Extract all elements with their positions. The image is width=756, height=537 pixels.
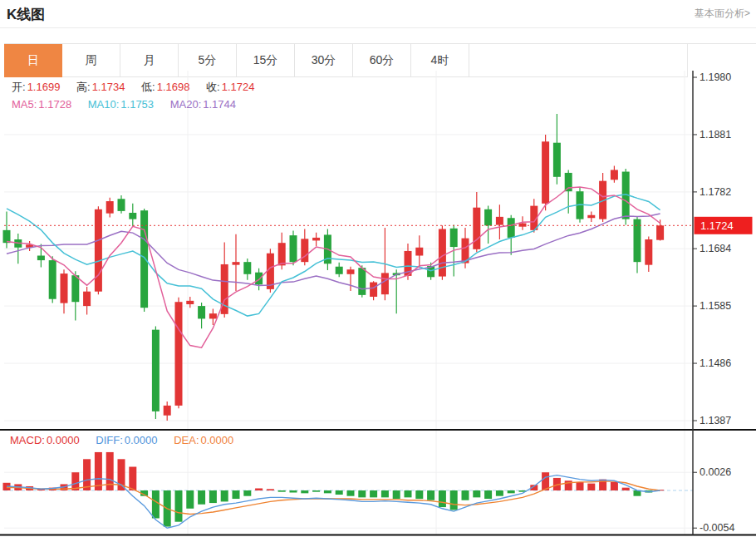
kline-chart-area[interactable]: 1.19801.18811.17821.16841.15851.14861.13… <box>0 71 756 537</box>
diff-label: DIFF: <box>96 434 123 446</box>
candle-body <box>542 141 549 204</box>
dea-value: 0.0000 <box>201 434 234 446</box>
candle-body <box>243 262 251 274</box>
candle-body <box>198 306 205 318</box>
macd-bar <box>255 488 263 490</box>
ma10-value: 1.1753 <box>120 98 154 111</box>
macd-label: MACD: <box>10 434 45 446</box>
candle-body <box>233 262 240 264</box>
ohlc-readout: 开:1.1699 高:1.1734 低:1.1698 收:1.1724 <box>12 80 256 95</box>
dea-line <box>7 481 660 514</box>
candle-body <box>186 301 194 304</box>
macd-bar <box>347 490 355 496</box>
ma10-line <box>7 195 660 316</box>
candle-body <box>415 248 423 256</box>
macd-bar <box>587 484 595 490</box>
macd-bar <box>175 490 183 522</box>
price-tick-label: 1.1387 <box>700 415 731 426</box>
macd-bar <box>496 490 503 496</box>
candle-body <box>656 225 664 239</box>
candle-body <box>290 235 297 262</box>
open-label: 开: <box>12 81 26 93</box>
candle-body <box>381 273 389 294</box>
macd-bar <box>129 467 136 490</box>
diff-line <box>7 475 660 529</box>
price-tick-label: 1.1585 <box>700 300 731 312</box>
candle-body <box>336 267 343 274</box>
kline-canvas: 1.19801.18811.17821.16841.15851.14861.13… <box>0 71 756 537</box>
low-value: 1.1698 <box>157 81 190 93</box>
fundamental-analysis-link[interactable]: 基本面分析> <box>695 7 750 21</box>
macd-bar <box>83 459 91 490</box>
macd-bar <box>370 490 377 497</box>
candle-body <box>553 143 561 177</box>
candle-body <box>439 229 446 276</box>
price-tick-label: 1.1486 <box>700 357 731 369</box>
macd-bar <box>301 490 308 493</box>
candle-body <box>152 330 160 411</box>
ma20-label: MA20: <box>170 98 202 111</box>
last-price-badge-text: 1.1724 <box>700 219 734 232</box>
macd-bar <box>358 490 366 497</box>
candle-body <box>49 260 56 299</box>
ma-readout: MA5:1.1728 MA10:1.1753 MA20:1.1744 <box>12 98 238 111</box>
page-title: K线图 <box>7 5 45 24</box>
macd-bar <box>233 490 240 499</box>
page-header: K线图 基本面分析> <box>0 0 756 28</box>
candle-body <box>71 275 79 302</box>
candle-body <box>450 229 458 247</box>
macd-bar <box>209 490 217 503</box>
candle-body <box>370 283 377 297</box>
macd-bar <box>267 489 274 490</box>
candle-body <box>106 201 114 214</box>
candle-body <box>519 224 527 227</box>
candle-body <box>255 273 263 285</box>
ma20-line <box>7 214 660 289</box>
candle-body <box>209 313 217 318</box>
macd-tick-label: 0.0026 <box>700 466 731 478</box>
macd-bar <box>186 490 194 509</box>
macd-bar <box>508 490 515 493</box>
candle-body <box>312 238 320 240</box>
candle-body <box>83 292 91 306</box>
ma5-line <box>7 187 660 347</box>
macd-bar <box>622 488 630 490</box>
macd-bar <box>462 490 469 500</box>
candle-body <box>3 230 11 243</box>
candle-body <box>95 209 102 292</box>
price-tick-label: 1.1684 <box>700 243 731 254</box>
macd-bar <box>439 490 446 507</box>
high-value: 1.1734 <box>92 81 125 93</box>
macd-bar <box>221 490 228 501</box>
ma5-label: MA5: <box>12 98 37 111</box>
macd-readout: MACD:0.0000 DIFF:0.0000 DEA:0.0000 <box>10 434 235 446</box>
close-value: 1.1724 <box>222 81 255 93</box>
candle-body <box>508 218 515 238</box>
candle-body <box>118 199 125 211</box>
macd-bar <box>243 490 251 496</box>
candle-body <box>496 217 503 225</box>
macd-bar <box>152 490 160 519</box>
macd-bar <box>405 490 412 497</box>
candle-body <box>175 302 183 406</box>
macd-bar <box>198 490 205 505</box>
candle-body <box>484 209 492 226</box>
macd-bar <box>324 490 331 493</box>
candle-body <box>587 215 595 218</box>
high-label: 高: <box>76 81 91 93</box>
open-value: 1.1699 <box>27 81 61 93</box>
macd-bar <box>450 490 458 510</box>
ma5-value: 1.1728 <box>38 98 71 111</box>
candle-body <box>358 268 366 295</box>
close-label: 收: <box>206 81 220 93</box>
candle-body <box>140 210 148 308</box>
candle-body <box>645 239 652 265</box>
macd-tick-label: -0.0054 <box>700 522 734 534</box>
macd-bar <box>473 490 480 497</box>
candle-body <box>473 208 480 249</box>
candle-body <box>347 269 355 274</box>
macd-bar <box>484 490 492 499</box>
dea-label: DEA: <box>174 434 199 446</box>
price-tick-label: 1.1980 <box>700 71 731 83</box>
macd-bar <box>415 490 423 499</box>
